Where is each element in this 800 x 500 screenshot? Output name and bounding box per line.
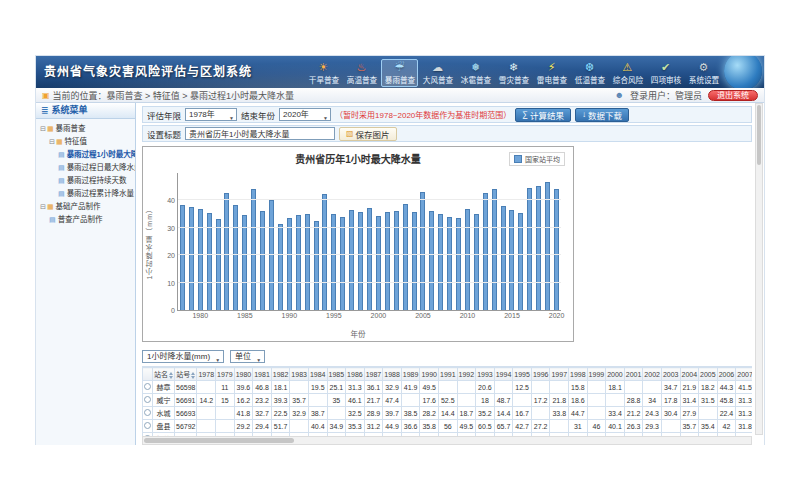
start-year-select[interactable]: 1978年 ▼ (185, 108, 237, 121)
sidebar-item-暴雨过程累计降水量[interactable]: ▤暴雨过程累计降水量 (36, 187, 135, 200)
sort-up-icon (169, 372, 173, 375)
value-cell: 18 (476, 394, 495, 407)
download-button[interactable]: ↓ 数据下载 (575, 108, 629, 122)
year-column-header-1999[interactable]: 1999 (587, 368, 606, 381)
year-column-header-2000[interactable]: 2000 (606, 368, 625, 381)
row-select-radio[interactable] (144, 383, 151, 390)
value-cell: 31.4 (680, 394, 699, 407)
nav-item-暴雨普查[interactable]: ☔暴雨普查 (381, 59, 418, 87)
breadcrumb-path[interactable]: 暴雨普查 > 特征值 > 暴雨过程1小时最大降水量 (107, 89, 295, 102)
sidebar-item-暴雨普查[interactable]: ⊟▦暴雨普查 (36, 122, 135, 135)
row-select-radio[interactable] (144, 422, 151, 429)
value-cell: 44.9 (383, 420, 402, 433)
value-cell (661, 420, 680, 433)
year-column-header-1987[interactable]: 1987 (364, 368, 383, 381)
table-row: 盘县5679229.229.451.740.434.935.331.244.93… (143, 420, 753, 433)
chart-title-input[interactable] (185, 127, 335, 140)
year-column-header-1979[interactable]: 1979 (216, 368, 235, 381)
station-name-header[interactable]: 站名 (153, 368, 175, 381)
sort-icon[interactable] (191, 372, 195, 379)
year-column-header-1988[interactable]: 1988 (383, 368, 402, 381)
year-column-header-2004[interactable]: 2004 (680, 368, 699, 381)
year-column-header-1997[interactable]: 1997 (550, 368, 569, 381)
expand-icon[interactable]: ⊟ (40, 200, 46, 213)
nav-item-四项审核[interactable]: ✔四项审核 (647, 59, 684, 87)
chevron-down-icon: ▼ (256, 354, 261, 366)
value-cell: 35.4 (699, 420, 718, 433)
value-cell (327, 407, 346, 420)
year-column-header-1978[interactable]: 1978 (197, 368, 216, 381)
end-year-select[interactable]: 2020年 ▼ (279, 108, 331, 121)
nav-item-低温普查[interactable]: ❆低温普查 (571, 59, 608, 87)
horizontal-scrollbar[interactable] (142, 436, 752, 445)
value-cell: 18.2 (699, 381, 718, 394)
nav-item-系统设置[interactable]: ⚙系统设置 (685, 59, 722, 87)
year-column-header-1995[interactable]: 1995 (513, 368, 532, 381)
year-column-header-1986[interactable]: 1986 (346, 368, 365, 381)
station-id-header[interactable]: 站号 (175, 368, 197, 381)
chart-gridline (178, 227, 561, 228)
expand-icon[interactable]: ⊟ (40, 122, 46, 135)
sidebar-item-普查产品制作[interactable]: ▤普查产品制作 (36, 213, 135, 226)
save-image-label: 保存图片 (356, 128, 390, 140)
sidebar-item-暴雨过程1小时最大降水量[interactable]: ▤暴雨过程1小时最大降水量 (36, 148, 135, 161)
metric-filter-select[interactable]: 1小时降水量(mm) ▼ (142, 350, 224, 363)
x-tick-label: 2000 (371, 312, 387, 319)
year-column-header-2003[interactable]: 2003 (661, 368, 680, 381)
year-column-header-1982[interactable]: 1982 (271, 368, 290, 381)
calculate-button[interactable]: ∑ 计算结果 (515, 108, 571, 122)
legend-swatch-icon (514, 155, 522, 163)
nav-item-干旱普查[interactable]: ☀干旱普查 (305, 59, 342, 87)
year-column-header-1998[interactable]: 1998 (569, 368, 588, 381)
value-cell: 28.8 (624, 394, 643, 407)
value-cell: 46 (587, 420, 606, 433)
sort-icon[interactable] (169, 372, 173, 379)
row-select-radio[interactable] (144, 396, 151, 403)
expand-icon[interactable]: ⊟ (49, 135, 55, 148)
year-column-header-2007[interactable]: 2007 (736, 368, 752, 381)
nav-item-高温普查[interactable]: ♨高温普查 (343, 59, 380, 87)
nav-item-大风普查[interactable]: ☁大风普查 (419, 59, 456, 87)
year-column-header-1984[interactable]: 1984 (308, 368, 327, 381)
nav-item-冰雹普查[interactable]: ❅冰雹普查 (457, 59, 494, 87)
year-column-header-1983[interactable]: 1983 (290, 368, 309, 381)
save-image-button[interactable]: ▧ 保存图片 (339, 127, 397, 141)
year-column-header-1990[interactable]: 1990 (420, 368, 439, 381)
vertical-scrollbar[interactable] (755, 103, 763, 435)
year-column-header-2005[interactable]: 2005 (699, 368, 718, 381)
chart-bars (178, 173, 561, 310)
horizontal-scrollbar-thumb[interactable] (144, 438, 294, 443)
logout-button[interactable]: 退出系统 (708, 90, 758, 101)
year-column-header-2001[interactable]: 2001 (624, 368, 643, 381)
sidebar-item-暴雨过程持续天数[interactable]: ▤暴雨过程持续天数 (36, 174, 135, 187)
year-column-header-1985[interactable]: 1985 (327, 368, 346, 381)
station-id-cell: 56792 (175, 420, 197, 433)
year-column-header-1992[interactable]: 1992 (457, 368, 476, 381)
sidebar-item-暴雨过程日最大降水量[interactable]: ▤暴雨过程日最大降水量 (36, 161, 135, 174)
year-column-header-1989[interactable]: 1989 (401, 368, 420, 381)
sort-down-icon (191, 376, 195, 379)
bar-2018 (536, 186, 541, 310)
nav-item-雪灾普查[interactable]: ❄雪灾普查 (495, 59, 532, 87)
sidebar-item-基础产品制作[interactable]: ⊟▦基础产品制作 (36, 200, 135, 213)
list-icon: ▤ (58, 148, 65, 161)
year-column-header-1980[interactable]: 1980 (234, 368, 253, 381)
nav-item-综合风险[interactable]: ⚠综合风险 (609, 59, 646, 87)
nav-item-雷电普查[interactable]: ⚡雷电普查 (533, 59, 570, 87)
year-column-header-2006[interactable]: 2006 (717, 368, 736, 381)
unit-filter-select[interactable]: 单位 ▼ (230, 350, 265, 363)
chart-legend[interactable]: 国家站平均 (509, 152, 565, 166)
year-column-header-1993[interactable]: 1993 (476, 368, 495, 381)
value-cell: 31.3 (346, 381, 365, 394)
year-column-header-1981[interactable]: 1981 (253, 368, 272, 381)
year-column-header-1991[interactable]: 1991 (438, 368, 457, 381)
row-select-radio[interactable] (144, 409, 151, 416)
vertical-scrollbar-thumb[interactable] (757, 105, 761, 165)
bar-1990 (287, 218, 292, 310)
sidebar-item-特征值[interactable]: ⊟▦特征值 (36, 135, 135, 148)
year-column-header-1994[interactable]: 1994 (494, 368, 513, 381)
y-tick-label: 10 (158, 280, 175, 287)
year-column-header-1996[interactable]: 1996 (531, 368, 550, 381)
value-cell: 31.2 (364, 420, 383, 433)
year-column-header-2002[interactable]: 2002 (643, 368, 662, 381)
